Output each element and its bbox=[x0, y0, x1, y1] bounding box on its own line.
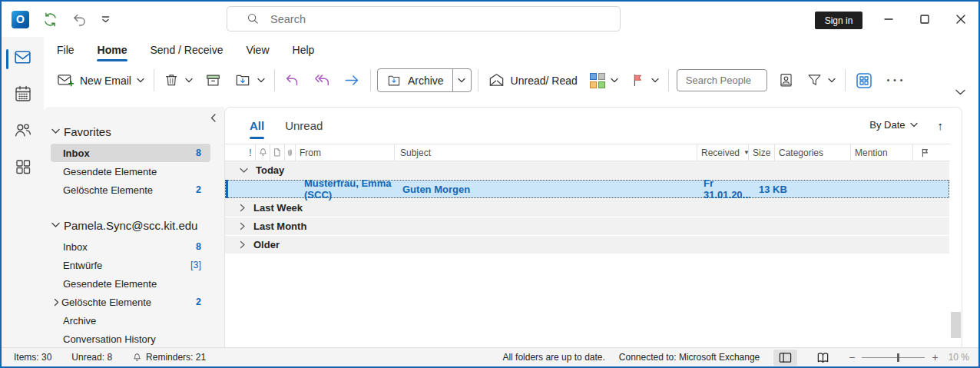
menu-view[interactable]: View bbox=[246, 44, 269, 56]
folder-sent-favorites[interactable]: Gesendete Elemente bbox=[51, 162, 210, 181]
archive-combo-button[interactable]: Archive bbox=[377, 68, 472, 92]
folder-inbox-account[interactable]: Inbox 8 bbox=[51, 237, 210, 256]
unread-read-button[interactable]: Unread/ Read bbox=[482, 68, 584, 93]
filter-email-button[interactable] bbox=[800, 68, 842, 92]
reminders-status[interactable]: Reminders: 21 bbox=[132, 352, 206, 363]
sort-by-dropdown[interactable]: By Date bbox=[869, 119, 917, 131]
paperclip-icon bbox=[286, 148, 294, 158]
group-last-month[interactable]: Last Month bbox=[225, 217, 949, 236]
column-subject[interactable]: Subject bbox=[395, 144, 697, 161]
reply-icon bbox=[284, 72, 301, 89]
follow-up-button[interactable] bbox=[624, 68, 665, 92]
column-mention[interactable]: Mention bbox=[851, 144, 913, 161]
column-reminder[interactable] bbox=[256, 144, 270, 161]
rail-selection-indicator bbox=[6, 49, 8, 69]
search-input[interactable] bbox=[269, 12, 502, 26]
column-size[interactable]: Size bbox=[749, 144, 775, 161]
normal-view-button[interactable] bbox=[773, 350, 797, 366]
maximize-button[interactable] bbox=[906, 2, 942, 37]
tab-all[interactable]: All bbox=[250, 119, 264, 132]
flag-icon bbox=[631, 72, 646, 88]
delete-button[interactable] bbox=[157, 68, 199, 92]
archive-quick-button[interactable] bbox=[199, 68, 228, 93]
folder-drafts[interactable]: Entwürfe [3] bbox=[51, 256, 210, 274]
reply-all-button[interactable] bbox=[307, 68, 337, 93]
bell-icon bbox=[132, 353, 142, 363]
menu-send-receive[interactable]: Send / Receive bbox=[150, 44, 223, 56]
column-attachment[interactable] bbox=[285, 144, 296, 161]
more-apps-icon[interactable] bbox=[14, 157, 32, 176]
items-count: Items: 30 bbox=[14, 352, 51, 363]
search-people-box[interactable] bbox=[677, 69, 767, 91]
column-from[interactable]: From bbox=[296, 144, 395, 161]
group-last-week[interactable]: Last Week bbox=[225, 199, 949, 217]
minimize-button[interactable] bbox=[870, 2, 906, 37]
search-bar[interactable] bbox=[227, 6, 621, 31]
zoom-out-button[interactable]: − bbox=[849, 351, 855, 363]
group-older[interactable]: Older bbox=[225, 236, 949, 254]
zoom-slider-thumb[interactable] bbox=[897, 353, 899, 362]
categorize-button[interactable] bbox=[584, 69, 624, 92]
apps-grid-button[interactable] bbox=[849, 68, 879, 94]
folder-conversation-history[interactable]: Conversation History bbox=[51, 330, 210, 348]
selected-message-row[interactable]: Musterfrau, Emma (SCC) Guten Morgen Fr 3… bbox=[225, 180, 949, 198]
address-book-button[interactable] bbox=[772, 68, 800, 92]
chevron-down-icon bbox=[257, 78, 265, 83]
menu-home[interactable]: Home bbox=[98, 44, 127, 56]
reading-view-button[interactable] bbox=[811, 350, 835, 366]
tab-unread[interactable]: Unread bbox=[285, 119, 323, 132]
draft-count-badge: [3] bbox=[190, 260, 201, 270]
message-subject: Guten Morgen bbox=[402, 184, 704, 195]
column-categories[interactable]: Categories bbox=[775, 144, 851, 161]
folder-deleted-favorites[interactable]: Gelöschte Elemente 2 bbox=[51, 181, 210, 199]
column-importance[interactable]: ! bbox=[246, 144, 256, 161]
sort-direction-button[interactable]: ↑ bbox=[938, 119, 944, 132]
folder-archive[interactable]: Archive bbox=[51, 311, 210, 330]
column-received[interactable]: Received ▼ bbox=[697, 144, 749, 161]
close-button[interactable] bbox=[942, 2, 978, 37]
favorites-header[interactable]: Favorites bbox=[44, 124, 224, 139]
chevron-down-icon bbox=[651, 78, 659, 83]
trash-icon bbox=[164, 72, 180, 88]
folder-inbox-favorites[interactable]: Inbox 8 bbox=[51, 144, 210, 162]
archive-combo-dropdown[interactable] bbox=[452, 69, 471, 91]
sign-in-button[interactable]: Sign in bbox=[815, 12, 862, 29]
divider bbox=[478, 69, 478, 91]
column-item-type[interactable] bbox=[270, 144, 285, 161]
reply-button[interactable] bbox=[278, 68, 307, 93]
more-commands-button[interactable]: ••• bbox=[879, 76, 915, 85]
chevron-right-icon bbox=[240, 240, 246, 249]
new-email-button[interactable]: New Email bbox=[51, 68, 151, 93]
chevron-right-icon[interactable] bbox=[54, 298, 59, 307]
collapse-ribbon-button[interactable] bbox=[955, 89, 965, 95]
unread-count-badge: 2 bbox=[196, 297, 201, 307]
zoom-level-label[interactable]: 10 % bbox=[949, 352, 969, 363]
people-module-icon[interactable] bbox=[13, 121, 32, 140]
undo-icon[interactable] bbox=[71, 12, 88, 28]
scrollbar-thumb[interactable] bbox=[951, 312, 961, 338]
folder-deleted-account[interactable]: Gelöschte Elemente 2 bbox=[51, 293, 210, 311]
search-people-input[interactable] bbox=[684, 74, 764, 87]
mail-module-icon[interactable] bbox=[13, 48, 32, 67]
message-received: Fr 31.01.20... bbox=[704, 177, 759, 201]
chevron-down-icon bbox=[240, 167, 248, 174]
send-receive-sync-icon[interactable] bbox=[42, 12, 58, 28]
unread-count: Unread: 8 bbox=[71, 352, 112, 363]
collapse-folder-pane-button[interactable] bbox=[210, 113, 217, 123]
archive-combo-main[interactable]: Archive bbox=[378, 69, 452, 91]
zoom-slider[interactable] bbox=[862, 357, 925, 358]
menu-file[interactable]: File bbox=[57, 44, 74, 56]
account-header[interactable]: Pamela.Sync@scc.kit.edu bbox=[44, 217, 224, 233]
folders-sync-status: All folders are up to date. bbox=[502, 352, 604, 363]
divider bbox=[274, 69, 275, 91]
folder-sent-account[interactable]: Gesendete Elemente bbox=[51, 274, 210, 293]
forward-icon bbox=[343, 72, 361, 89]
forward-button[interactable] bbox=[337, 68, 367, 93]
customize-quick-access-icon[interactable] bbox=[101, 15, 111, 24]
calendar-module-icon[interactable] bbox=[14, 85, 32, 103]
column-flag-status[interactable] bbox=[913, 144, 944, 161]
move-to-button[interactable] bbox=[228, 68, 271, 93]
zoom-in-button[interactable]: + bbox=[932, 351, 938, 363]
menu-help[interactable]: Help bbox=[293, 44, 315, 56]
vertical-scrollbar[interactable] bbox=[950, 108, 962, 347]
